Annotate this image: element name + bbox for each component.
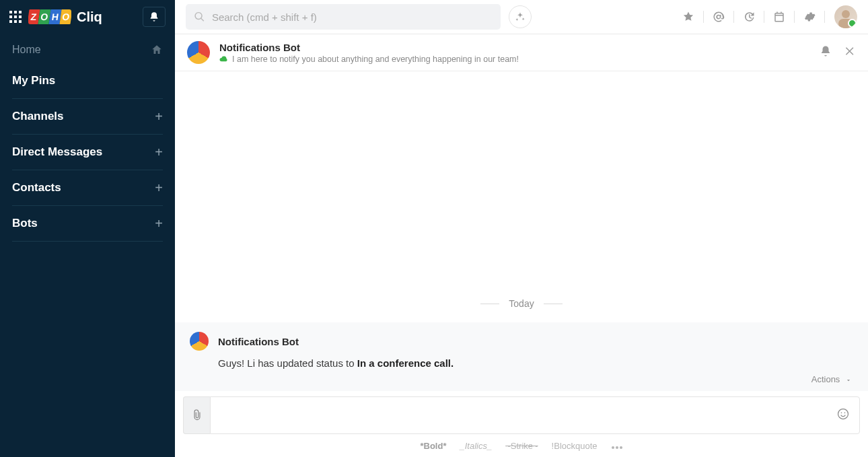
message-input[interactable] [220, 410, 836, 421]
profile-avatar[interactable] [834, 5, 857, 28]
notifications-button[interactable] [143, 7, 166, 27]
zoho-cliq-logo[interactable]: ZOHO Cliq [28, 9, 102, 25]
message-avatar[interactable] [190, 332, 209, 351]
hint-blockquote[interactable]: !Blockquote [552, 441, 598, 451]
top-bar [175, 0, 868, 34]
date-divider: Today [175, 298, 868, 309]
search-icon [194, 11, 205, 23]
paperclip-icon [191, 409, 203, 421]
at-icon [713, 11, 725, 23]
sidebar-home-label: Home [12, 44, 41, 56]
chat-subtitle: I am here to notify you about anything a… [232, 55, 519, 64]
sidebar-item-bots[interactable]: Bots + [12, 209, 163, 238]
message-body: Guys! Li has updated status to In a conf… [218, 357, 853, 369]
message-text-accent: In a conference call. [357, 357, 454, 369]
history-button[interactable] [737, 5, 761, 29]
add-bot-button[interactable]: + [155, 216, 163, 232]
format-hints: *Bold* _Italics_ ~Strike~ !Blockquote [175, 434, 868, 457]
close-icon [844, 45, 856, 57]
sidebar-item-label: My Pins [12, 74, 55, 87]
composer [175, 391, 868, 434]
bell-icon [149, 11, 159, 22]
voice-search-button[interactable] [509, 5, 532, 28]
smiley-icon [836, 407, 850, 421]
sidebar-item-label: Channels [12, 110, 64, 123]
close-chat-button[interactable] [844, 45, 856, 60]
sidebar-home[interactable]: Home [12, 34, 163, 66]
search-input[interactable] [212, 11, 493, 23]
history-icon [743, 11, 755, 23]
svg-rect-1 [838, 19, 853, 28]
svg-point-4 [844, 413, 846, 414]
message-actions-button[interactable]: Actions [190, 374, 853, 384]
chevron-down-icon [845, 377, 852, 384]
cloud-online-icon [219, 55, 228, 63]
avatar-image [834, 5, 857, 28]
sparkle-icon [515, 11, 526, 22]
add-contact-button[interactable]: + [155, 180, 163, 196]
chat-header: Notifications Bot I am here to notify yo… [175, 34, 868, 71]
search-box[interactable] [186, 4, 501, 30]
sidebar-item-label: Direct Messages [12, 145, 102, 159]
sidebar-item-label: Contacts [12, 181, 61, 195]
bot-avatar[interactable] [187, 41, 210, 64]
main-area: Notifications Bot I am here to notify yo… [175, 0, 868, 457]
messages-pane: Today Notifications Bot Guys! Li has upd… [175, 71, 868, 391]
calendar-icon [773, 11, 785, 23]
bell-icon [820, 45, 832, 57]
sidebar-item-label: Bots [12, 217, 38, 230]
home-icon [151, 44, 163, 56]
svg-point-3 [841, 413, 842, 414]
sidebar-item-my-pins[interactable]: My Pins [12, 66, 163, 96]
starred-button[interactable] [676, 5, 700, 29]
settings-button[interactable] [797, 5, 822, 29]
hint-strike[interactable]: ~Strike~ [505, 441, 538, 451]
message-actions-label: Actions [811, 374, 840, 384]
chat-notifications-button[interactable] [820, 45, 832, 60]
add-channel-button[interactable]: + [155, 109, 163, 125]
attach-button[interactable] [183, 396, 210, 434]
hint-bold[interactable]: *Bold* [420, 441, 446, 451]
gear-icon [803, 11, 816, 23]
apps-launcher-icon[interactable] [9, 11, 22, 23]
add-dm-button[interactable]: + [155, 145, 163, 160]
chat-title: Notifications Bot [219, 42, 519, 53]
calendar-button[interactable] [767, 5, 791, 29]
sidebar-item-contacts[interactable]: Contacts + [12, 173, 163, 203]
hint-italics[interactable]: _Italics_ [460, 441, 492, 451]
emoji-button[interactable] [836, 407, 850, 423]
star-icon [682, 11, 694, 23]
sidebar-item-channels[interactable]: Channels + [12, 102, 163, 131]
sidebar-item-direct-messages[interactable]: Direct Messages + [12, 137, 163, 167]
message-sender: Notifications Bot [218, 336, 299, 347]
mentions-button[interactable] [707, 5, 731, 29]
message-text: Guys! Li has updated status to [218, 357, 357, 369]
sidebar: ZOHO Cliq Home My Pins Channels + [0, 0, 175, 457]
more-formatting-button[interactable] [611, 441, 623, 451]
message: Notifications Bot Guys! Li has updated s… [175, 322, 868, 391]
svg-point-0 [842, 10, 850, 18]
svg-point-2 [838, 409, 848, 419]
date-divider-label: Today [509, 298, 534, 309]
